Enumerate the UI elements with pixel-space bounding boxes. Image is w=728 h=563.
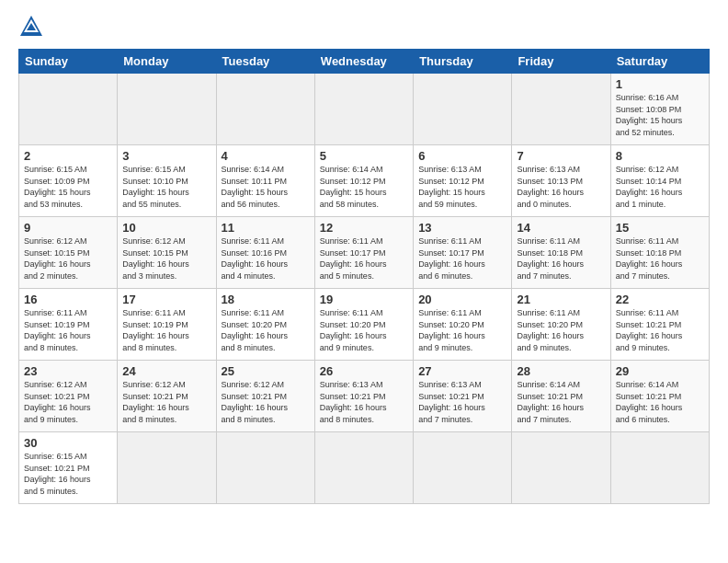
day-number: 15 xyxy=(616,221,704,235)
calendar-cell: 14Sunrise: 6:11 AM Sunset: 10:18 PM Dayl… xyxy=(512,217,610,289)
calendar-cell: 20Sunrise: 6:11 AM Sunset: 10:20 PM Dayl… xyxy=(414,289,512,361)
day-number: 8 xyxy=(616,149,704,163)
calendar-cell: 19Sunrise: 6:11 AM Sunset: 10:20 PM Dayl… xyxy=(314,289,413,361)
calendar-cell: 26Sunrise: 6:13 AM Sunset: 10:21 PM Dayl… xyxy=(314,361,413,432)
calendar-cell: 24Sunrise: 6:12 AM Sunset: 10:21 PM Dayl… xyxy=(118,361,216,432)
day-number: 16 xyxy=(24,293,112,306)
calendar-cell: 18Sunrise: 6:11 AM Sunset: 10:20 PM Dayl… xyxy=(216,289,314,361)
logo-icon xyxy=(18,14,44,40)
day-number: 30 xyxy=(24,436,112,450)
calendar-cell: 3Sunrise: 6:15 AM Sunset: 10:10 PM Dayli… xyxy=(118,145,216,217)
calendar-cell: 22Sunrise: 6:11 AM Sunset: 10:21 PM Dayl… xyxy=(610,289,709,361)
day-info: Sunrise: 6:11 AM Sunset: 10:20 PM Daylig… xyxy=(517,307,605,353)
day-number: 5 xyxy=(320,149,408,163)
calendar-cell: 29Sunrise: 6:14 AM Sunset: 10:21 PM Dayl… xyxy=(610,361,709,432)
day-number: 22 xyxy=(616,293,704,306)
calendar-cell xyxy=(414,432,512,504)
day-number: 25 xyxy=(222,364,310,378)
calendar-cell xyxy=(216,432,314,504)
day-number: 26 xyxy=(320,364,408,378)
day-info: Sunrise: 6:14 AM Sunset: 10:21 PM Daylig… xyxy=(616,379,704,425)
calendar-cell: 7Sunrise: 6:13 AM Sunset: 10:13 PM Dayli… xyxy=(512,145,610,217)
day-number: 11 xyxy=(222,221,310,235)
day-info: Sunrise: 6:11 AM Sunset: 10:17 PM Daylig… xyxy=(320,236,408,282)
day-number: 14 xyxy=(517,221,605,235)
day-number: 17 xyxy=(122,293,210,306)
calendar-cell: 25Sunrise: 6:12 AM Sunset: 10:21 PM Dayl… xyxy=(216,361,314,432)
day-info: Sunrise: 6:11 AM Sunset: 10:18 PM Daylig… xyxy=(517,236,605,282)
day-info: Sunrise: 6:13 AM Sunset: 10:21 PM Daylig… xyxy=(418,379,506,425)
week-row-1: 1Sunrise: 6:16 AM Sunset: 10:08 PM Dayli… xyxy=(19,74,710,145)
day-info: Sunrise: 6:11 AM Sunset: 10:17 PM Daylig… xyxy=(418,236,506,282)
day-info: Sunrise: 6:13 AM Sunset: 10:21 PM Daylig… xyxy=(320,379,408,425)
calendar-cell: 4Sunrise: 6:14 AM Sunset: 10:11 PM Dayli… xyxy=(216,145,314,217)
header-cell-saturday: Saturday xyxy=(610,50,709,74)
calendar-cell: 17Sunrise: 6:11 AM Sunset: 10:19 PM Dayl… xyxy=(118,289,216,361)
day-number: 19 xyxy=(320,293,408,306)
calendar-cell: 21Sunrise: 6:11 AM Sunset: 10:20 PM Dayl… xyxy=(512,289,610,361)
day-number: 27 xyxy=(418,364,506,378)
calendar-table: SundayMondayTuesdayWednesdayThursdayFrid… xyxy=(18,49,710,504)
day-number: 3 xyxy=(122,149,210,163)
day-number: 10 xyxy=(122,221,210,235)
calendar-cell xyxy=(610,432,709,504)
week-row-3: 9Sunrise: 6:12 AM Sunset: 10:15 PM Dayli… xyxy=(19,217,710,289)
day-info: Sunrise: 6:11 AM Sunset: 10:19 PM Daylig… xyxy=(24,307,112,353)
calendar-cell: 28Sunrise: 6:14 AM Sunset: 10:21 PM Dayl… xyxy=(512,361,610,432)
day-number: 23 xyxy=(24,364,112,378)
day-number: 18 xyxy=(222,293,310,306)
week-row-4: 16Sunrise: 6:11 AM Sunset: 10:19 PM Dayl… xyxy=(19,289,710,361)
calendar-cell: 27Sunrise: 6:13 AM Sunset: 10:21 PM Dayl… xyxy=(414,361,512,432)
day-number: 13 xyxy=(418,221,506,235)
day-number: 7 xyxy=(517,149,605,163)
day-info: Sunrise: 6:11 AM Sunset: 10:18 PM Daylig… xyxy=(616,236,704,282)
day-number: 24 xyxy=(122,364,210,378)
calendar-cell: 11Sunrise: 6:11 AM Sunset: 10:16 PM Dayl… xyxy=(216,217,314,289)
day-info: Sunrise: 6:11 AM Sunset: 10:20 PM Daylig… xyxy=(222,307,310,353)
calendar-cell xyxy=(314,74,413,145)
calendar-cell: 12Sunrise: 6:11 AM Sunset: 10:17 PM Dayl… xyxy=(314,217,413,289)
header-cell-wednesday: Wednesday xyxy=(314,50,413,74)
calendar-cell: 6Sunrise: 6:13 AM Sunset: 10:12 PM Dayli… xyxy=(414,145,512,217)
calendar-cell xyxy=(19,74,118,145)
day-info: Sunrise: 6:15 AM Sunset: 10:21 PM Daylig… xyxy=(24,451,112,497)
day-info: Sunrise: 6:14 AM Sunset: 10:12 PM Daylig… xyxy=(320,164,408,210)
day-info: Sunrise: 6:14 AM Sunset: 10:21 PM Daylig… xyxy=(517,379,605,425)
header xyxy=(18,14,710,40)
day-number: 28 xyxy=(517,364,605,378)
calendar-cell xyxy=(118,432,216,504)
day-info: Sunrise: 6:14 AM Sunset: 10:11 PM Daylig… xyxy=(222,164,310,210)
day-info: Sunrise: 6:15 AM Sunset: 10:09 PM Daylig… xyxy=(24,164,112,210)
calendar-cell: 5Sunrise: 6:14 AM Sunset: 10:12 PM Dayli… xyxy=(314,145,413,217)
header-cell-sunday: Sunday xyxy=(19,50,118,74)
calendar-cell xyxy=(314,432,413,504)
calendar-cell xyxy=(414,74,512,145)
calendar-cell: 10Sunrise: 6:12 AM Sunset: 10:15 PM Dayl… xyxy=(118,217,216,289)
day-info: Sunrise: 6:11 AM Sunset: 10:21 PM Daylig… xyxy=(616,307,704,353)
day-number: 29 xyxy=(616,364,704,378)
calendar-cell: 16Sunrise: 6:11 AM Sunset: 10:19 PM Dayl… xyxy=(19,289,118,361)
day-info: Sunrise: 6:12 AM Sunset: 10:21 PM Daylig… xyxy=(222,379,310,425)
calendar-cell: 30Sunrise: 6:15 AM Sunset: 10:21 PM Dayl… xyxy=(19,432,118,504)
week-row-2: 2Sunrise: 6:15 AM Sunset: 10:09 PM Dayli… xyxy=(19,145,710,217)
header-cell-friday: Friday xyxy=(512,50,610,74)
day-info: Sunrise: 6:12 AM Sunset: 10:15 PM Daylig… xyxy=(122,236,210,282)
day-info: Sunrise: 6:11 AM Sunset: 10:16 PM Daylig… xyxy=(222,236,310,282)
calendar-cell xyxy=(118,74,216,145)
week-row-5: 23Sunrise: 6:12 AM Sunset: 10:21 PM Dayl… xyxy=(19,361,710,432)
day-info: Sunrise: 6:12 AM Sunset: 10:21 PM Daylig… xyxy=(24,379,112,425)
day-info: Sunrise: 6:16 AM Sunset: 10:08 PM Daylig… xyxy=(616,92,704,138)
main-container: SundayMondayTuesdayWednesdayThursdayFrid… xyxy=(0,0,728,513)
day-info: Sunrise: 6:13 AM Sunset: 10:12 PM Daylig… xyxy=(418,164,506,210)
day-info: Sunrise: 6:15 AM Sunset: 10:10 PM Daylig… xyxy=(122,164,210,210)
day-info: Sunrise: 6:11 AM Sunset: 10:20 PM Daylig… xyxy=(418,307,506,353)
calendar-cell xyxy=(512,74,610,145)
logo xyxy=(18,14,48,40)
day-number: 20 xyxy=(418,293,506,306)
day-number: 9 xyxy=(24,221,112,235)
day-info: Sunrise: 6:11 AM Sunset: 10:20 PM Daylig… xyxy=(320,307,408,353)
day-number: 2 xyxy=(24,149,112,163)
day-number: 12 xyxy=(320,221,408,235)
calendar-cell: 23Sunrise: 6:12 AM Sunset: 10:21 PM Dayl… xyxy=(19,361,118,432)
day-info: Sunrise: 6:12 AM Sunset: 10:14 PM Daylig… xyxy=(616,164,704,210)
